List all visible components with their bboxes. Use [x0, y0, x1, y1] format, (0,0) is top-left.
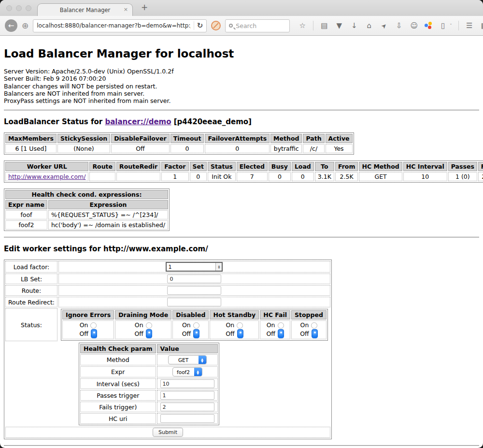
site-identity-globe-icon[interactable]: ⊕ [22, 21, 28, 30]
back-button[interactable]: ← [5, 19, 17, 32]
form-row-lb-set: LB Set: [5, 274, 330, 284]
col-ignore-errors: Ignore Errors [62, 310, 114, 319]
reading-list-icon[interactable]: ▤ [320, 21, 328, 30]
cell-disablefailover: Off [111, 144, 169, 153]
health-check-table: Health Check param Value Method GET ▲▼ [79, 343, 219, 425]
hot-standby-on-radio[interactable] [237, 322, 243, 329]
hc-fail-off-radio[interactable] [278, 329, 284, 338]
ignore-errors-off-radio[interactable] [91, 329, 97, 338]
hc-fail-on-radio[interactable] [278, 322, 284, 329]
disabled-radios: On Off [172, 320, 209, 339]
route-input[interactable] [167, 286, 221, 295]
stopped-off-radio[interactable] [312, 329, 318, 338]
tab-balancer-manager[interactable]: Balancer Manager × [37, 3, 133, 16]
expr-select[interactable]: foof2 ▲▼ [172, 367, 202, 376]
close-window-button[interactable] [6, 5, 12, 11]
col-fails: Fails [478, 162, 483, 171]
col-timeout: Timeout [170, 134, 204, 143]
navigation-toolbar: ← ⊕ localhost:8880/balancer-manager?b=de… [0, 16, 483, 36]
server-version-line: Server Version: Apache/2.5.0-dev (Unix) … [4, 68, 479, 75]
method-label: Method [80, 354, 156, 365]
draining-mode-off-radio[interactable] [146, 329, 152, 338]
toolbar-icons: ☆ ▤ ▼ ↓ ⌂ ➤ ⇩ ☺ ▯ ˅ ☰ ▦ [298, 21, 483, 30]
on-label: On [300, 321, 309, 329]
lb-set-label: LB Set: [5, 274, 57, 284]
form-row-submit: Submit [5, 427, 330, 438]
downloads-icon[interactable]: ↓ [350, 21, 358, 30]
toolbar-separator [313, 21, 313, 30]
ignore-errors-on-radio[interactable] [90, 322, 97, 329]
search-icon [229, 24, 233, 28]
cell-hc-method: GET [359, 172, 402, 181]
cell-expression: hc('body') =~ /domain is established/ [48, 220, 168, 230]
containers-icon[interactable]: ▯ [439, 21, 447, 30]
col-passes: Passes [448, 162, 477, 171]
multi-account-dots-icon[interactable] [425, 22, 432, 29]
reload-icon[interactable]: ↻ [197, 21, 203, 30]
disabled-on-radio[interactable] [193, 322, 199, 329]
persist-notice-line: Balancer changes will NOT be persisted o… [4, 83, 479, 90]
table-row: foof2 hc('body') =~ /domain is establish… [5, 220, 168, 230]
hot-standby-off-radio[interactable] [237, 329, 243, 338]
passes-input[interactable] [160, 391, 214, 400]
fails-label: Fails trigger) [80, 402, 156, 412]
url-text[interactable]: localhost:8880/balancer-manager?b=demo&w… [37, 22, 190, 29]
submit-button[interactable]: Submit [153, 428, 183, 437]
divider [4, 445, 479, 446]
cell-method: bytraffic [270, 144, 302, 153]
disabled-off-radio[interactable] [193, 329, 199, 338]
cell-path: /c/ [303, 144, 324, 153]
table-header-row: MaxMembers StickySession DisableFailover… [5, 134, 353, 143]
hc-uri-input[interactable] [160, 414, 214, 423]
balancer-demo-link[interactable]: balancer://demo [105, 117, 171, 126]
menu-icon[interactable]: ☰ [465, 21, 474, 30]
server-built-line: Server Built: Feb 9 2016 07:00:20 [4, 75, 479, 82]
passes-label: Passes trigger [80, 390, 156, 401]
tab-close-icon[interactable]: × [124, 6, 128, 13]
home-icon[interactable]: ⌂ [365, 21, 373, 30]
off-label: Off [300, 330, 309, 338]
health-row-hc-uri: HC uri [80, 413, 218, 424]
load-factor-input[interactable] [167, 263, 215, 271]
cell-failoverattempts: 0 [205, 144, 270, 153]
zoom-window-button[interactable] [26, 5, 31, 11]
load-factor-label: Load factor: [5, 261, 57, 273]
blocker-addon-icon[interactable] [211, 21, 221, 30]
form-row-health: Health Check param Value Method GET ▲▼ [5, 342, 330, 426]
bookmark-star-icon[interactable]: ☆ [298, 21, 307, 30]
method-select[interactable]: GET ▲▼ [168, 355, 207, 364]
fails-input[interactable] [160, 403, 214, 411]
health-row-method: Method GET ▲▼ [80, 354, 218, 365]
minimize-window-button[interactable] [16, 5, 22, 11]
col-method: Method [270, 134, 302, 143]
stopped-on-radio[interactable] [311, 322, 317, 329]
route-redirect-input[interactable] [167, 298, 221, 306]
col-hc-fail: HC Fail [260, 310, 290, 319]
new-tab-button[interactable]: + [141, 2, 148, 12]
col-failoverattempts: FailoverAttempts [205, 134, 270, 143]
table-row: foof %{REQUEST_STATUS} =~ /^[234]/ [5, 210, 168, 219]
ignore-errors-radios: On Off [62, 320, 114, 339]
tab-grid-icon[interactable]: ▦ [480, 21, 483, 30]
col-hot-standby: Hot Standby [210, 310, 259, 319]
divider [4, 110, 479, 111]
url-bar[interactable]: localhost:8880/balancer-manager?b=demo&w… [33, 19, 207, 32]
number-spinner-icon[interactable]: ▲▼ [215, 263, 222, 271]
search-input[interactable]: Search [225, 19, 290, 32]
save-page-icon[interactable]: ⇩ [395, 21, 403, 30]
balancer-heading-suffix: [p4420eeae_demo] [171, 117, 252, 126]
worker-url-link[interactable]: http://www.example.com/ [8, 173, 85, 180]
draining-mode-on-radio[interactable] [146, 322, 152, 329]
cell-passes: 1 (0) [448, 172, 477, 181]
col-busy: Busy [269, 162, 291, 171]
off-label: Off [266, 330, 275, 338]
send-tab-icon[interactable]: ➤ [379, 20, 390, 31]
cell-route [89, 172, 115, 181]
feedback-smiley-icon[interactable]: ☺ [410, 21, 418, 30]
page-content: Load Balancer Manager for localhost Serv… [0, 47, 483, 446]
pocket-icon[interactable]: ▼ [335, 21, 343, 30]
interval-input[interactable] [160, 379, 214, 388]
cell-fails: 2 (0) [478, 172, 483, 181]
hc-uri-label: HC uri [80, 413, 156, 424]
lb-set-input[interactable] [167, 275, 221, 283]
